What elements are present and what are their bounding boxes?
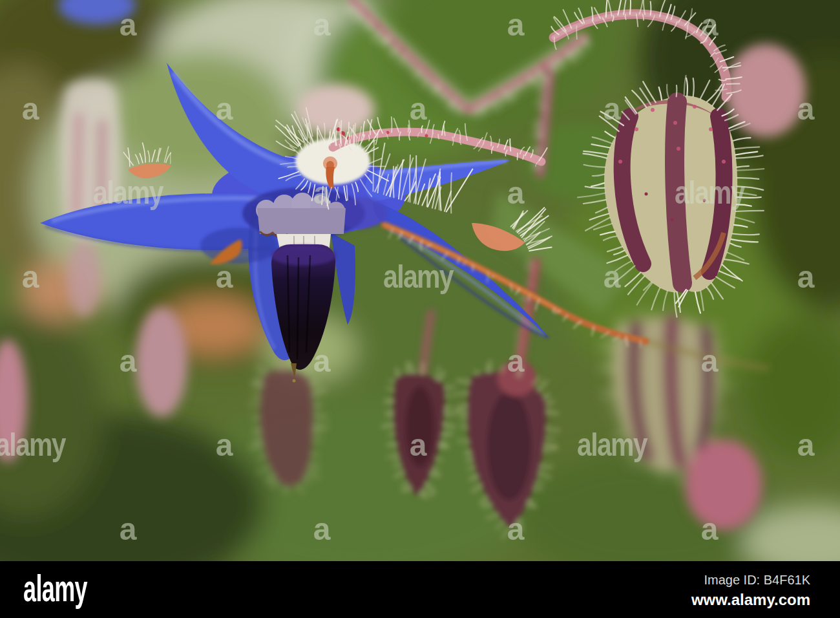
- watermark-tile-letter: a: [797, 92, 815, 126]
- watermark-tile-letter: a: [604, 260, 621, 294]
- stock-photo-page: aaaaaaaaaalamyaaalamyaaalamyaaaaaaalamya…: [0, 0, 840, 618]
- watermark-tile-letter: a: [507, 8, 525, 42]
- watermark-tile-letter: a: [410, 428, 427, 462]
- alamy-watermark-text: alamy: [0, 427, 67, 463]
- website-text: www.alamy.com: [691, 591, 810, 608]
- watermark-tile-letter: a: [120, 512, 137, 546]
- alamy-watermark-text: alamy: [675, 175, 746, 211]
- watermark-tile-letter: a: [701, 344, 719, 378]
- watermark-tile-letter: a: [507, 512, 525, 546]
- blurred-pink-patch: [685, 440, 762, 530]
- stock-photo-borage: aaaaaaaaaalamyaaalamyaaalamyaaaaaaalamya…: [0, 0, 840, 561]
- watermark-tile-letter: a: [313, 176, 331, 210]
- watermark-tile-letter: a: [216, 260, 233, 294]
- alamy-logo: alamy: [23, 566, 87, 610]
- image-id-text: Image ID: B4F61K: [691, 573, 810, 588]
- alamy-watermark-text: alamy: [577, 427, 648, 463]
- watermark-tile-letter: a: [313, 512, 331, 546]
- watermark-tile-letter: a: [313, 8, 331, 42]
- photo-area: aaaaaaaaaalamyaaalamyaaalamyaaaaaaalamya…: [0, 0, 840, 561]
- watermark-tile-letter: a: [701, 512, 719, 546]
- watermark-tile-letter: a: [797, 260, 815, 294]
- watermark-tile-letter: a: [604, 92, 621, 126]
- watermark-tile-letter: a: [797, 428, 815, 462]
- watermark-tile-letter: a: [507, 176, 525, 210]
- watermark-tile-letter: a: [701, 8, 719, 42]
- watermark-tile-letter: a: [120, 8, 137, 42]
- watermark-tile-letter: a: [216, 428, 233, 462]
- footer-meta: Image ID: B4F61K www.alamy.com: [691, 573, 810, 608]
- watermark-tile-letter: a: [22, 260, 39, 294]
- alamy-watermark-text: alamy: [383, 259, 454, 295]
- footer-bar: alamy Image ID: B4F61K www.alamy.com: [0, 561, 840, 618]
- watermark-tile-letter: a: [120, 344, 137, 378]
- alamy-watermark-text: alamy: [93, 175, 164, 211]
- watermark-tile-letter: a: [22, 92, 39, 126]
- watermark-tile-letter: a: [313, 344, 331, 378]
- watermark-tile-letter: a: [410, 92, 427, 126]
- watermark-tile-letter: a: [216, 92, 233, 126]
- blurred-bud-behind: [726, 44, 806, 137]
- watermark-tile-letter: a: [507, 344, 525, 378]
